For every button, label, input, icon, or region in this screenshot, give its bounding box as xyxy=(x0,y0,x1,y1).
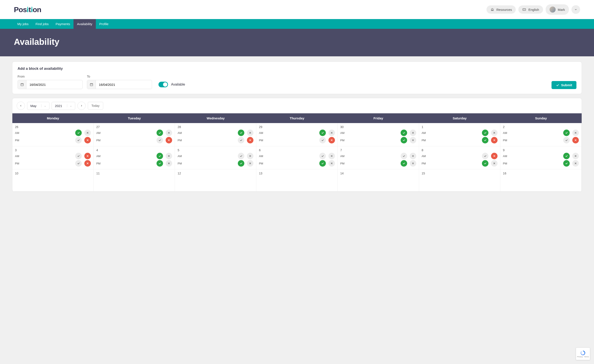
user-menu-chevron[interactable] xyxy=(571,5,580,14)
pm-available-button[interactable] xyxy=(563,160,570,167)
day-number: 4 xyxy=(96,148,172,152)
to-date-input[interactable] xyxy=(87,80,152,89)
pm-unavailable-button[interactable] xyxy=(328,160,335,167)
am-available-button[interactable] xyxy=(563,153,570,159)
pm-unavailable-button[interactable] xyxy=(491,137,498,143)
am-available-button[interactable] xyxy=(563,130,570,136)
submit-button[interactable]: Submit xyxy=(552,81,576,89)
am-unavailable-button[interactable] xyxy=(84,153,91,159)
am-available-button[interactable] xyxy=(401,130,407,136)
am-available-button[interactable] xyxy=(238,153,244,159)
day-number: 14 xyxy=(340,172,416,175)
nav-item-find-jobs[interactable]: Find jobs xyxy=(32,19,52,29)
am-unavailable-button[interactable] xyxy=(410,153,416,159)
pm-available-button[interactable] xyxy=(482,160,488,167)
pm-available-button[interactable] xyxy=(319,160,326,167)
pm-unavailable-button[interactable] xyxy=(491,160,498,167)
am-unavailable-button[interactable] xyxy=(328,130,335,136)
pm-available-button[interactable] xyxy=(563,137,570,143)
am-label: AM xyxy=(259,154,265,158)
am-unavailable-button[interactable] xyxy=(247,130,253,136)
add-block-card: Add a block of availability From To Avai… xyxy=(12,61,582,94)
pm-available-button[interactable] xyxy=(75,137,82,143)
am-label: AM xyxy=(422,154,428,158)
nav-item-my-jobs[interactable]: My jobs xyxy=(14,19,32,29)
page-hero: Availability xyxy=(0,29,594,56)
pm-available-button[interactable] xyxy=(401,160,407,167)
am-unavailable-button[interactable] xyxy=(166,153,172,159)
to-date-field[interactable] xyxy=(96,81,152,89)
next-month-button[interactable] xyxy=(77,102,86,110)
from-date-field[interactable] xyxy=(27,81,82,89)
am-available-button[interactable] xyxy=(75,130,82,136)
pm-unavailable-button[interactable] xyxy=(247,160,253,167)
am-available-button[interactable] xyxy=(156,130,163,136)
pm-available-button[interactable] xyxy=(156,137,163,143)
from-date-input[interactable] xyxy=(18,80,83,89)
svg-rect-1 xyxy=(21,83,23,86)
am-unavailable-button[interactable] xyxy=(491,153,498,159)
month-select[interactable]: May⌄ xyxy=(27,102,49,110)
language-selector[interactable]: English xyxy=(518,5,543,14)
available-toggle[interactable] xyxy=(158,82,168,87)
calendar-cell: 1AMPM xyxy=(419,123,500,146)
pm-unavailable-button[interactable] xyxy=(84,137,91,143)
day-number: 27 xyxy=(96,125,172,129)
am-available-button[interactable] xyxy=(482,153,488,159)
am-unavailable-button[interactable] xyxy=(491,130,498,136)
day-number: 6 xyxy=(259,148,335,152)
am-available-button[interactable] xyxy=(401,153,407,159)
pm-unavailable-button[interactable] xyxy=(84,160,91,167)
pm-available-button[interactable] xyxy=(238,137,244,143)
calendar-cell: 15 xyxy=(419,169,500,192)
nav-item-availability[interactable]: Availability xyxy=(74,19,96,29)
pm-available-button[interactable] xyxy=(401,137,407,143)
am-unavailable-button[interactable] xyxy=(572,130,579,136)
am-available-button[interactable] xyxy=(319,130,326,136)
calendar-cell: 12 xyxy=(175,169,256,192)
am-label: AM xyxy=(15,154,21,158)
am-available-button[interactable] xyxy=(156,153,163,159)
pm-label: PM xyxy=(96,162,102,165)
calendar-card: May⌄ 2021⌄ Today MondayTuesdayWednesdayT… xyxy=(12,98,582,192)
user-menu[interactable]: Mark xyxy=(546,4,569,15)
pm-available-button[interactable] xyxy=(238,160,244,167)
am-unavailable-button[interactable] xyxy=(166,130,172,136)
am-unavailable-button[interactable] xyxy=(328,153,335,159)
language-label: English xyxy=(528,8,539,12)
am-unavailable-button[interactable] xyxy=(410,130,416,136)
pm-label: PM xyxy=(96,139,102,142)
pm-available-button[interactable] xyxy=(319,137,326,143)
pm-available-button[interactable] xyxy=(482,137,488,143)
am-unavailable-button[interactable] xyxy=(572,153,579,159)
day-number: 30 xyxy=(340,125,416,129)
am-available-button[interactable] xyxy=(319,153,326,159)
pm-available-button[interactable] xyxy=(75,160,82,167)
prev-month-button[interactable] xyxy=(17,102,25,110)
year-select[interactable]: 2021⌄ xyxy=(52,102,75,110)
resources-button[interactable]: Resources xyxy=(486,5,516,14)
am-label: AM xyxy=(259,131,265,135)
calendar-cell: 16 xyxy=(500,169,582,192)
pm-unavailable-button[interactable] xyxy=(247,137,253,143)
am-unavailable-button[interactable] xyxy=(84,130,91,136)
pm-unavailable-button[interactable] xyxy=(572,137,579,143)
pm-unavailable-button[interactable] xyxy=(328,137,335,143)
pm-unavailable-button[interactable] xyxy=(410,160,416,167)
am-available-button[interactable] xyxy=(75,153,82,159)
nav-item-payments[interactable]: Payments xyxy=(52,19,74,29)
pm-label: PM xyxy=(178,139,184,142)
calendar-cell: 9AMPM xyxy=(500,146,582,169)
am-available-button[interactable] xyxy=(238,130,244,136)
am-available-button[interactable] xyxy=(482,130,488,136)
pm-available-button[interactable] xyxy=(156,160,163,167)
pm-unavailable-button[interactable] xyxy=(410,137,416,143)
pm-unavailable-button[interactable] xyxy=(166,137,172,143)
am-unavailable-button[interactable] xyxy=(247,153,253,159)
today-button[interactable]: Today xyxy=(88,102,103,110)
am-label: AM xyxy=(422,131,428,135)
pm-unavailable-button[interactable] xyxy=(572,160,579,167)
nav-item-profile[interactable]: Profile xyxy=(96,19,112,29)
main-nav: My jobsFind jobsPaymentsAvailabilityProf… xyxy=(0,19,594,29)
pm-unavailable-button[interactable] xyxy=(166,160,172,167)
